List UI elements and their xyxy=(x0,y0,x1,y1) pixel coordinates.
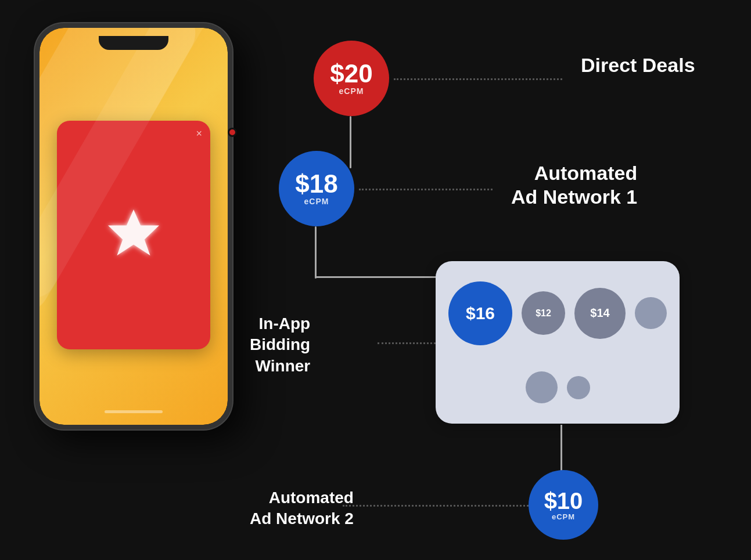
bid-bubble-blank-3 xyxy=(567,376,590,399)
label-direct-deals: Direct Deals xyxy=(581,53,695,77)
bubble-18: $18 eCPM xyxy=(279,151,354,226)
label-ad-network-2: Automated Ad Network 2 xyxy=(250,487,354,530)
bubble-10: $10 eCPM xyxy=(529,470,598,540)
phone-home-bar xyxy=(105,410,163,413)
phone-screen xyxy=(39,28,228,425)
phone-notch xyxy=(99,36,168,50)
label-bidding-line1: In-App xyxy=(259,315,311,333)
label-ad-network-1-line1: Automated xyxy=(534,162,638,184)
phone-connector-dot xyxy=(228,128,237,137)
bid-bubble-12: $12 xyxy=(522,291,565,335)
bid-bubble-14: $14 xyxy=(574,288,626,339)
label-ad-network-2-line2: Ad Network 2 xyxy=(250,510,354,528)
diagram: $20 eCPM Direct Deals $18 eCPM Automated… xyxy=(244,12,751,560)
label-bidding-line2: Bidding xyxy=(250,335,310,353)
phone-frame xyxy=(35,23,232,429)
svg-marker-0 xyxy=(108,209,159,255)
bubble-20: $20 eCPM xyxy=(314,41,389,116)
bid-bubble-blank-2 xyxy=(526,371,558,403)
bubble-18-amount: $18 xyxy=(295,171,337,197)
bid-bubble-16: $16 xyxy=(448,281,512,345)
connector-20-to-18 xyxy=(350,116,351,168)
label-ad-network-1: Automated Ad Network 1 xyxy=(511,161,637,209)
dotted-line-direct-deals xyxy=(394,78,562,80)
label-direct-deals-text: Direct Deals xyxy=(581,54,695,76)
star-icon xyxy=(102,203,166,267)
label-ad-network-2-line1: Automated xyxy=(269,489,354,507)
connector-box-to-10 xyxy=(560,425,562,471)
label-ad-network-1-line2: Ad Network 1 xyxy=(511,186,637,208)
label-bidding-line3: Winner xyxy=(256,357,311,375)
dotted-line-ad-network-1 xyxy=(359,189,493,190)
dotted-line-bidding xyxy=(378,342,436,344)
bid-bubble-blank-1 xyxy=(635,297,667,329)
dotted-line-ad-network-2 xyxy=(343,505,529,507)
connector-18-to-box-vertical xyxy=(315,226,317,279)
bubble-18-ecpm: eCPM xyxy=(304,197,329,206)
bubble-10-amount: $10 xyxy=(544,489,583,512)
ad-card xyxy=(57,121,210,349)
connector-18-to-box-horizontal xyxy=(315,276,443,278)
label-bidding: In-App Bidding Winner xyxy=(250,313,310,377)
bubble-20-amount: $20 xyxy=(330,61,372,86)
bubble-10-ecpm: eCPM xyxy=(552,512,575,521)
bubble-20-ecpm: eCPM xyxy=(339,86,364,96)
phone xyxy=(35,23,232,429)
bidding-box: $16 $12 $14 xyxy=(436,261,680,424)
